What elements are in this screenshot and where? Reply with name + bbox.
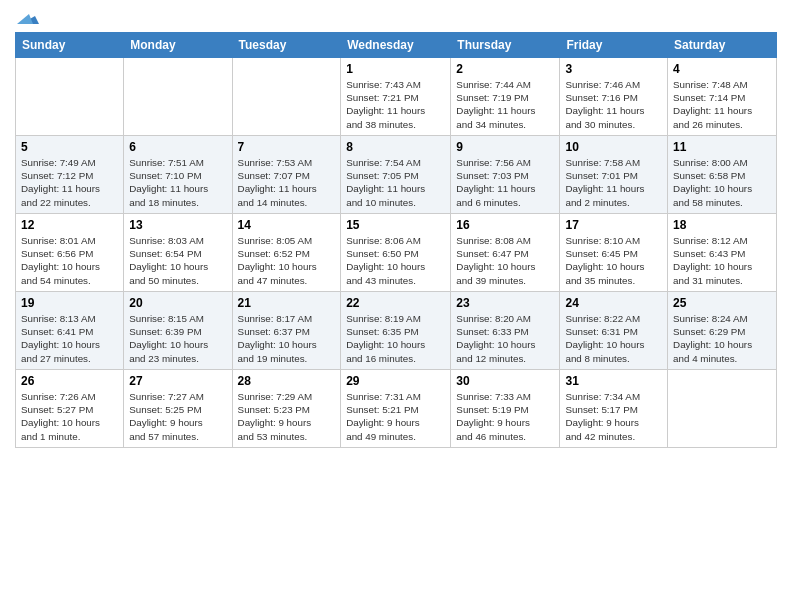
day-info: Sunrise: 8:13 AM Sunset: 6:41 PM Dayligh… xyxy=(21,312,118,365)
day-info: Sunrise: 8:20 AM Sunset: 6:33 PM Dayligh… xyxy=(456,312,554,365)
calendar-cell: 17Sunrise: 8:10 AM Sunset: 6:45 PM Dayli… xyxy=(560,214,668,292)
day-info: Sunrise: 8:06 AM Sunset: 6:50 PM Dayligh… xyxy=(346,234,445,287)
calendar-cell: 1Sunrise: 7:43 AM Sunset: 7:21 PM Daylig… xyxy=(341,58,451,136)
calendar-week-row: 19Sunrise: 8:13 AM Sunset: 6:41 PM Dayli… xyxy=(16,292,777,370)
day-number: 12 xyxy=(21,218,118,232)
col-header-saturday: Saturday xyxy=(668,33,777,58)
day-info: Sunrise: 8:08 AM Sunset: 6:47 PM Dayligh… xyxy=(456,234,554,287)
calendar-cell: 5Sunrise: 7:49 AM Sunset: 7:12 PM Daylig… xyxy=(16,136,124,214)
day-info: Sunrise: 7:34 AM Sunset: 5:17 PM Dayligh… xyxy=(565,390,662,443)
day-number: 9 xyxy=(456,140,554,154)
day-number: 24 xyxy=(565,296,662,310)
day-number: 27 xyxy=(129,374,226,388)
calendar-cell: 19Sunrise: 8:13 AM Sunset: 6:41 PM Dayli… xyxy=(16,292,124,370)
calendar-cell: 7Sunrise: 7:53 AM Sunset: 7:07 PM Daylig… xyxy=(232,136,341,214)
day-number: 19 xyxy=(21,296,118,310)
day-number: 26 xyxy=(21,374,118,388)
day-info: Sunrise: 7:51 AM Sunset: 7:10 PM Dayligh… xyxy=(129,156,226,209)
calendar-cell: 6Sunrise: 7:51 AM Sunset: 7:10 PM Daylig… xyxy=(124,136,232,214)
calendar-cell: 14Sunrise: 8:05 AM Sunset: 6:52 PM Dayli… xyxy=(232,214,341,292)
day-number: 14 xyxy=(238,218,336,232)
day-number: 18 xyxy=(673,218,771,232)
logo xyxy=(15,14,39,28)
day-info: Sunrise: 8:10 AM Sunset: 6:45 PM Dayligh… xyxy=(565,234,662,287)
day-info: Sunrise: 7:43 AM Sunset: 7:21 PM Dayligh… xyxy=(346,78,445,131)
calendar-cell: 9Sunrise: 7:56 AM Sunset: 7:03 PM Daylig… xyxy=(451,136,560,214)
day-info: Sunrise: 8:17 AM Sunset: 6:37 PM Dayligh… xyxy=(238,312,336,365)
calendar-table: SundayMondayTuesdayWednesdayThursdayFrid… xyxy=(15,32,777,448)
day-info: Sunrise: 8:24 AM Sunset: 6:29 PM Dayligh… xyxy=(673,312,771,365)
calendar-header-row: SundayMondayTuesdayWednesdayThursdayFrid… xyxy=(16,33,777,58)
day-number: 16 xyxy=(456,218,554,232)
calendar-cell: 12Sunrise: 8:01 AM Sunset: 6:56 PM Dayli… xyxy=(16,214,124,292)
day-info: Sunrise: 7:26 AM Sunset: 5:27 PM Dayligh… xyxy=(21,390,118,443)
day-number: 4 xyxy=(673,62,771,76)
calendar-cell: 21Sunrise: 8:17 AM Sunset: 6:37 PM Dayli… xyxy=(232,292,341,370)
day-number: 21 xyxy=(238,296,336,310)
day-number: 7 xyxy=(238,140,336,154)
day-info: Sunrise: 7:56 AM Sunset: 7:03 PM Dayligh… xyxy=(456,156,554,209)
day-info: Sunrise: 7:49 AM Sunset: 7:12 PM Dayligh… xyxy=(21,156,118,209)
day-info: Sunrise: 7:46 AM Sunset: 7:16 PM Dayligh… xyxy=(565,78,662,131)
calendar-cell: 10Sunrise: 7:58 AM Sunset: 7:01 PM Dayli… xyxy=(560,136,668,214)
day-number: 5 xyxy=(21,140,118,154)
calendar-cell: 15Sunrise: 8:06 AM Sunset: 6:50 PM Dayli… xyxy=(341,214,451,292)
calendar-cell: 8Sunrise: 7:54 AM Sunset: 7:05 PM Daylig… xyxy=(341,136,451,214)
calendar-cell: 25Sunrise: 8:24 AM Sunset: 6:29 PM Dayli… xyxy=(668,292,777,370)
calendar-cell: 4Sunrise: 7:48 AM Sunset: 7:14 PM Daylig… xyxy=(668,58,777,136)
calendar-cell: 27Sunrise: 7:27 AM Sunset: 5:25 PM Dayli… xyxy=(124,370,232,448)
calendar-week-row: 1Sunrise: 7:43 AM Sunset: 7:21 PM Daylig… xyxy=(16,58,777,136)
day-info: Sunrise: 7:29 AM Sunset: 5:23 PM Dayligh… xyxy=(238,390,336,443)
calendar-cell: 18Sunrise: 8:12 AM Sunset: 6:43 PM Dayli… xyxy=(668,214,777,292)
col-header-tuesday: Tuesday xyxy=(232,33,341,58)
col-header-thursday: Thursday xyxy=(451,33,560,58)
day-number: 10 xyxy=(565,140,662,154)
day-number: 11 xyxy=(673,140,771,154)
col-header-wednesday: Wednesday xyxy=(341,33,451,58)
calendar-week-row: 26Sunrise: 7:26 AM Sunset: 5:27 PM Dayli… xyxy=(16,370,777,448)
logo-icon xyxy=(17,6,39,28)
day-number: 22 xyxy=(346,296,445,310)
calendar-cell xyxy=(124,58,232,136)
calendar-cell: 26Sunrise: 7:26 AM Sunset: 5:27 PM Dayli… xyxy=(16,370,124,448)
calendar-cell: 3Sunrise: 7:46 AM Sunset: 7:16 PM Daylig… xyxy=(560,58,668,136)
day-number: 8 xyxy=(346,140,445,154)
calendar-cell xyxy=(668,370,777,448)
day-number: 13 xyxy=(129,218,226,232)
header xyxy=(15,10,777,28)
day-info: Sunrise: 7:44 AM Sunset: 7:19 PM Dayligh… xyxy=(456,78,554,131)
calendar-cell: 22Sunrise: 8:19 AM Sunset: 6:35 PM Dayli… xyxy=(341,292,451,370)
day-number: 25 xyxy=(673,296,771,310)
day-info: Sunrise: 7:48 AM Sunset: 7:14 PM Dayligh… xyxy=(673,78,771,131)
calendar-cell xyxy=(16,58,124,136)
calendar-cell: 30Sunrise: 7:33 AM Sunset: 5:19 PM Dayli… xyxy=(451,370,560,448)
day-number: 17 xyxy=(565,218,662,232)
calendar-cell: 16Sunrise: 8:08 AM Sunset: 6:47 PM Dayli… xyxy=(451,214,560,292)
day-number: 30 xyxy=(456,374,554,388)
day-info: Sunrise: 7:31 AM Sunset: 5:21 PM Dayligh… xyxy=(346,390,445,443)
calendar-cell: 13Sunrise: 8:03 AM Sunset: 6:54 PM Dayli… xyxy=(124,214,232,292)
calendar-cell: 31Sunrise: 7:34 AM Sunset: 5:17 PM Dayli… xyxy=(560,370,668,448)
calendar-week-row: 12Sunrise: 8:01 AM Sunset: 6:56 PM Dayli… xyxy=(16,214,777,292)
col-header-monday: Monday xyxy=(124,33,232,58)
calendar-cell: 29Sunrise: 7:31 AM Sunset: 5:21 PM Dayli… xyxy=(341,370,451,448)
day-info: Sunrise: 8:15 AM Sunset: 6:39 PM Dayligh… xyxy=(129,312,226,365)
day-info: Sunrise: 7:53 AM Sunset: 7:07 PM Dayligh… xyxy=(238,156,336,209)
page: SundayMondayTuesdayWednesdayThursdayFrid… xyxy=(0,0,792,458)
calendar-cell: 20Sunrise: 8:15 AM Sunset: 6:39 PM Dayli… xyxy=(124,292,232,370)
day-info: Sunrise: 8:19 AM Sunset: 6:35 PM Dayligh… xyxy=(346,312,445,365)
calendar-cell: 24Sunrise: 8:22 AM Sunset: 6:31 PM Dayli… xyxy=(560,292,668,370)
day-info: Sunrise: 8:00 AM Sunset: 6:58 PM Dayligh… xyxy=(673,156,771,209)
calendar-cell xyxy=(232,58,341,136)
day-info: Sunrise: 7:58 AM Sunset: 7:01 PM Dayligh… xyxy=(565,156,662,209)
day-info: Sunrise: 7:54 AM Sunset: 7:05 PM Dayligh… xyxy=(346,156,445,209)
day-info: Sunrise: 8:03 AM Sunset: 6:54 PM Dayligh… xyxy=(129,234,226,287)
day-number: 31 xyxy=(565,374,662,388)
day-info: Sunrise: 8:12 AM Sunset: 6:43 PM Dayligh… xyxy=(673,234,771,287)
calendar-cell: 23Sunrise: 8:20 AM Sunset: 6:33 PM Dayli… xyxy=(451,292,560,370)
day-info: Sunrise: 8:01 AM Sunset: 6:56 PM Dayligh… xyxy=(21,234,118,287)
day-info: Sunrise: 8:05 AM Sunset: 6:52 PM Dayligh… xyxy=(238,234,336,287)
day-number: 2 xyxy=(456,62,554,76)
day-number: 1 xyxy=(346,62,445,76)
col-header-sunday: Sunday xyxy=(16,33,124,58)
